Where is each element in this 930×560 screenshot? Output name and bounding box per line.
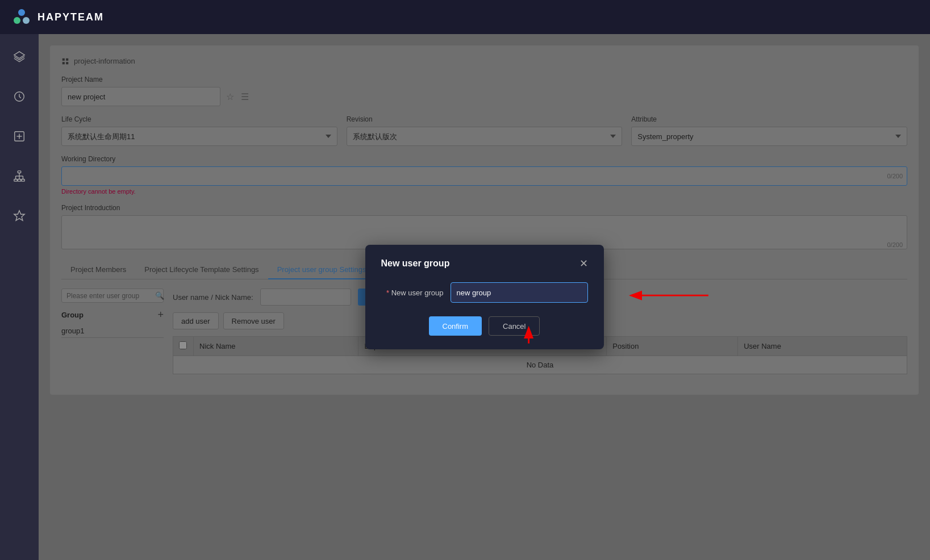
new-user-group-modal: New user group ✕ * New user group Confir… — [365, 245, 604, 349]
app-header: HAPYTEAM — [0, 0, 930, 34]
modal-close-button[interactable]: ✕ — [579, 258, 588, 269]
sidebar-item-hierarchy[interactable] — [8, 165, 31, 187]
svg-point-0 — [18, 9, 25, 16]
svg-point-2 — [23, 17, 30, 24]
svg-rect-9 — [14, 179, 18, 182]
app-title: HAPYTEAM — [37, 11, 104, 23]
svg-rect-10 — [18, 179, 21, 182]
modal-confirm-button[interactable]: Confirm — [429, 316, 482, 336]
modal-cancel-button[interactable]: Cancel — [489, 316, 540, 336]
modal-field: * New user group — [381, 282, 588, 303]
modal-overlay[interactable]: New user group ✕ * New user group Confir… — [39, 34, 930, 560]
sidebar — [0, 34, 39, 560]
sidebar-item-edit[interactable] — [8, 125, 31, 148]
svg-rect-8 — [18, 171, 21, 173]
sidebar-item-clock[interactable] — [8, 85, 31, 108]
modal-footer: Confirm Cancel — [381, 316, 588, 336]
main-content: project-information Project Name ☆ ☰ Lif… — [39, 34, 930, 560]
sidebar-item-star[interactable] — [8, 204, 31, 227]
modal-header: New user group ✕ — [381, 258, 588, 269]
svg-rect-11 — [22, 179, 24, 182]
modal-field-label: * New user group — [381, 289, 444, 297]
new-group-input[interactable] — [451, 282, 588, 303]
required-marker: * — [386, 289, 389, 297]
sidebar-item-layers[interactable] — [8, 45, 31, 68]
svg-marker-17 — [14, 211, 24, 220]
logo-icon — [11, 7, 32, 27]
modal-title: New user group — [381, 258, 450, 269]
svg-point-1 — [14, 17, 20, 24]
